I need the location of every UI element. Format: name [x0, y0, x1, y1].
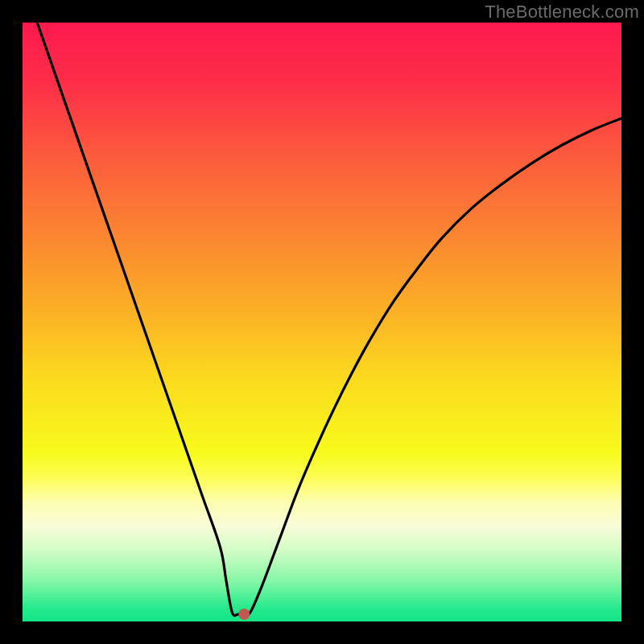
optimal-point-marker	[238, 609, 250, 620]
curve-layer	[23, 23, 621, 621]
plot-area	[23, 23, 621, 621]
bottleneck-curve	[23, 23, 621, 616]
chart-container: TheBottleneck.com	[0, 0, 644, 644]
watermark-text: TheBottleneck.com	[485, 2, 639, 23]
